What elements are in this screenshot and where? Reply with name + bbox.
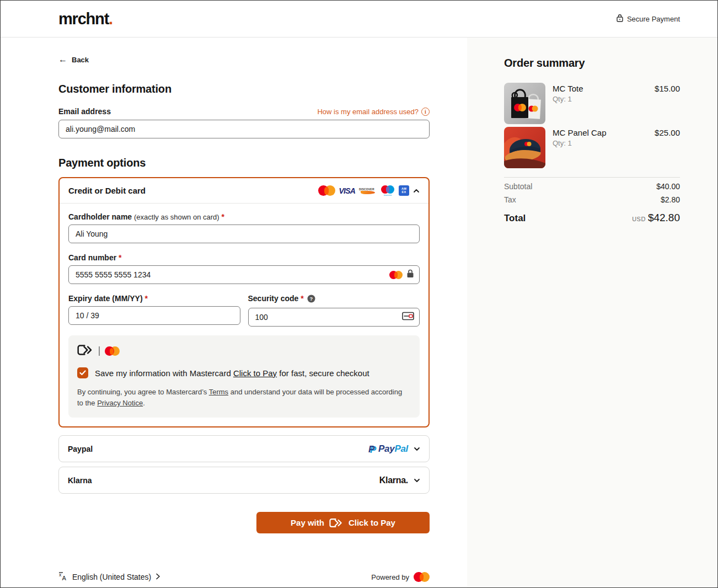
- item-price: $15.00: [655, 83, 680, 124]
- maestro-icon: maestro: [381, 185, 395, 196]
- checkout-page: mrchnt. Secure Payment ← Back Customer i…: [1, 1, 717, 587]
- chevron-down-icon: [414, 477, 420, 484]
- language-label: English (United States): [72, 573, 151, 581]
- subtotal-label: Subtotal: [504, 182, 532, 191]
- tax-value: $2.80: [661, 195, 680, 204]
- security-code-label: Security code * ?: [248, 294, 420, 304]
- cvc-card-icon: [402, 312, 414, 323]
- paypal-label: Paypal: [68, 445, 93, 453]
- click-to-pay-box: Save my information with Mastercard Clic…: [68, 335, 420, 418]
- powered-by: Powered by: [371, 572, 430, 582]
- subtotal-row: Subtotal $40.00: [504, 182, 680, 191]
- order-item: MC Panel Cap Qty: 1 $25.00: [504, 127, 680, 168]
- mastercard-icon: [318, 185, 335, 196]
- secure-payment-badge: Secure Payment: [616, 14, 680, 24]
- paypal-panel[interactable]: Paypal PP PayPal: [58, 435, 430, 462]
- expiry-label: Expiry date (MM/YY) *: [68, 294, 240, 303]
- help-question-icon[interactable]: ?: [307, 295, 315, 304]
- expiry-input[interactable]: [68, 306, 240, 325]
- payment-options-heading: Payment options: [58, 157, 430, 169]
- item-qty: Qty: 1: [553, 95, 647, 103]
- lock-icon: [616, 14, 624, 24]
- klarna-label: Klarna: [68, 476, 92, 485]
- powered-by-label: Powered by: [371, 573, 409, 581]
- click-to-pay-link[interactable]: Click to Pay: [233, 368, 277, 378]
- order-summary-heading: Order summary: [504, 57, 680, 70]
- chevron-up-icon: [413, 188, 420, 194]
- cardholder-name-label: Cardholder name (exactly as shown on car…: [68, 212, 420, 221]
- merchant-logo: mrchnt.: [58, 10, 112, 28]
- email-label: Email address: [58, 107, 111, 116]
- header: mrchnt. Secure Payment: [1, 1, 717, 38]
- back-arrow-icon: ←: [58, 55, 67, 65]
- language-selector[interactable]: xA English (United States): [58, 571, 160, 582]
- card-panel-header[interactable]: Credit or Debit card VISA DISCOVER maest…: [60, 178, 428, 203]
- merchant-logo-text: mrchnt: [58, 10, 109, 28]
- divider: [99, 346, 100, 356]
- item-name: MC Tote: [553, 84, 647, 93]
- order-summary: Order summary MC: [467, 38, 717, 587]
- translate-icon: xA: [58, 571, 68, 582]
- total-row: Total USD$42.80: [504, 212, 680, 224]
- pay-button-suffix: Click to Pay: [349, 518, 395, 527]
- card-payment-panel: Credit or Debit card VISA DISCOVER maest…: [58, 177, 430, 427]
- tax-label: Tax: [504, 195, 516, 204]
- klarna-panel[interactable]: Klarna Klarna.: [58, 467, 430, 494]
- terms-link[interactable]: Terms: [209, 388, 228, 396]
- back-label: Back: [72, 56, 89, 64]
- mastercard-icon: [414, 572, 430, 582]
- cardholder-name-input[interactable]: [68, 224, 420, 243]
- back-button[interactable]: ← Back: [58, 55, 89, 65]
- legal-text: By continuing, you agree to Mastercard’s…: [77, 387, 408, 409]
- customer-information-heading: Customer information: [58, 83, 430, 95]
- chevron-down-icon: [414, 446, 420, 452]
- product-image-tote: [504, 83, 545, 124]
- divider: [504, 177, 680, 178]
- save-info-label: Save my information with Mastercard Clic…: [95, 368, 369, 378]
- chevron-right-icon: [156, 573, 160, 581]
- lock-icon: [406, 269, 414, 280]
- click-to-pay-icon: [77, 344, 94, 358]
- card-panel-title: Credit or Debit card: [68, 186, 146, 195]
- visa-icon: VISA: [339, 186, 355, 195]
- email-input[interactable]: [58, 120, 430, 138]
- klarna-logo: Klarna.: [379, 475, 408, 485]
- item-qty: Qty: 1: [553, 139, 647, 147]
- info-icon: i: [421, 108, 430, 116]
- pay-button[interactable]: Pay with Click to Pay: [256, 512, 430, 533]
- card-number-label: Card number *: [68, 253, 420, 262]
- total-value: USD$42.80: [632, 212, 680, 224]
- item-name: MC Panel Cap: [553, 128, 647, 137]
- total-label: Total: [504, 213, 526, 224]
- pay-button-prefix: Pay with: [291, 518, 324, 527]
- order-item: MC Tote Qty: 1 $15.00: [504, 83, 680, 124]
- mastercard-icon: [105, 346, 120, 356]
- save-info-checkbox[interactable]: [77, 367, 88, 378]
- email-help-text: How is my email address used?: [317, 108, 419, 116]
- amex-icon: AMEX: [399, 185, 409, 196]
- tax-row: Tax $2.80: [504, 195, 680, 204]
- svg-text:A: A: [62, 575, 67, 581]
- email-help-link[interactable]: How is my email address used? i: [317, 108, 430, 116]
- subtotal-value: $40.00: [656, 182, 680, 191]
- paypal-logo: PP PayPal: [368, 443, 408, 455]
- card-brand-mastercard-icon: [389, 271, 403, 279]
- privacy-notice-link[interactable]: Privacy Notice: [97, 399, 143, 407]
- card-number-input[interactable]: [68, 265, 420, 284]
- currency-label: USD: [632, 216, 646, 222]
- product-image-cap: [504, 127, 545, 168]
- svg-text:?: ?: [309, 296, 313, 302]
- checkout-main: ← Back Customer information Email addres…: [1, 38, 467, 587]
- discover-icon: DISCOVER: [359, 185, 377, 196]
- merchant-logo-dot: .: [109, 10, 112, 28]
- item-price: $25.00: [655, 127, 680, 168]
- security-code-input[interactable]: [248, 308, 420, 327]
- secure-payment-label: Secure Payment: [627, 15, 680, 23]
- click-to-pay-icon: [329, 518, 344, 528]
